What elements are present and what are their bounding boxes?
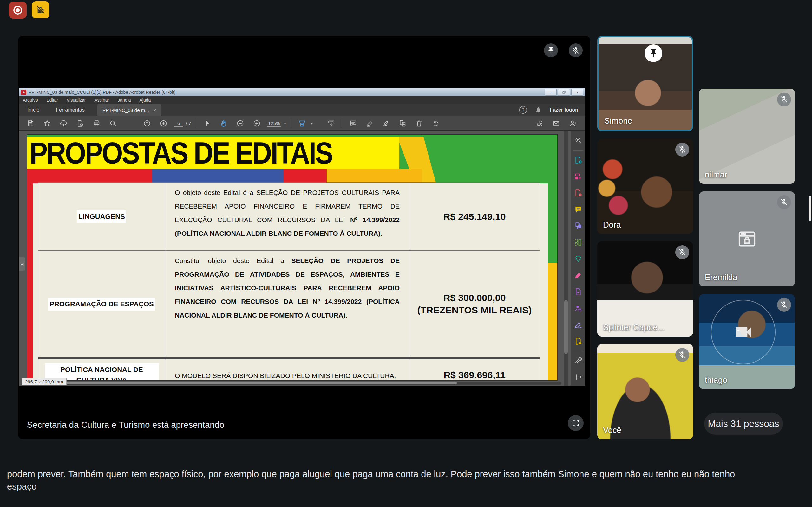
add-person-icon[interactable] xyxy=(564,116,581,130)
menu-visualizar[interactable]: Visualizar xyxy=(67,98,86,103)
participant-name: Dora xyxy=(603,220,621,230)
mic-off-badge xyxy=(675,143,689,157)
more-people-pill[interactable]: Mais 31 pessoas xyxy=(704,412,783,435)
yellow-right-stripe xyxy=(548,263,557,380)
previous-page-icon[interactable] xyxy=(139,116,155,130)
compress-pdf-tool-icon[interactable] xyxy=(571,250,585,267)
menu-ajuda[interactable]: Ajuda xyxy=(139,98,151,103)
building-slash-icon xyxy=(36,5,46,15)
combine-files-tool-icon[interactable] xyxy=(571,218,585,234)
minimize-button[interactable]: — xyxy=(545,89,557,96)
request-signatures-tool-icon[interactable] xyxy=(571,333,585,349)
participant-name: thiago xyxy=(705,375,727,385)
zoom-level-input[interactable]: 125% xyxy=(267,120,281,127)
participant-tile-dora[interactable]: Dora xyxy=(597,139,693,234)
participant-tile-thiago[interactable]: thiago xyxy=(699,294,795,389)
horizontal-scrollbar-thumb[interactable] xyxy=(67,382,457,384)
pinned-badge[interactable] xyxy=(645,44,662,62)
close-button[interactable]: × xyxy=(571,89,583,96)
delete-trash-icon[interactable] xyxy=(411,116,427,130)
acrobat-titlebar[interactable]: A PPT-MINC_03 de maio_CCULT(1)[1].PDF - … xyxy=(19,88,585,96)
slide-title: PROPOSTAS DE EDITAIS xyxy=(30,136,332,169)
screen-banner-icon[interactable] xyxy=(323,116,339,130)
horizontal-scrollbar[interactable] xyxy=(63,382,561,385)
live-caption: podem prever. Também quem tem espaço fís… xyxy=(7,468,806,493)
export-page-icon[interactable] xyxy=(72,116,88,130)
highlighter-icon[interactable] xyxy=(361,116,378,130)
print-icon[interactable] xyxy=(88,116,105,130)
table-category-cell: PROGRAMAÇÃO DE ESPAÇOS xyxy=(38,250,165,357)
video-effects-overlay xyxy=(711,300,775,364)
sign-in-button[interactable]: Fazer logon xyxy=(550,107,578,113)
participant-tile-eremilda[interactable]: Eremilda xyxy=(699,191,795,286)
select-cursor-icon[interactable] xyxy=(199,116,215,130)
menu-janela[interactable]: Janela xyxy=(118,98,131,103)
document-search-tool-icon[interactable] xyxy=(571,132,585,149)
fullscreen-button[interactable] xyxy=(568,415,583,431)
nav-pane-toggle[interactable]: ◄ xyxy=(19,257,26,271)
tab-in-cio[interactable]: Início xyxy=(19,104,48,116)
find-more-icon[interactable] xyxy=(105,116,121,130)
participant-tile-nilmar[interactable]: nilmar xyxy=(699,89,795,184)
vertical-scrollbar[interactable] xyxy=(564,130,568,386)
table-value-cell: R$ 245.149,10 xyxy=(409,182,540,250)
export-pdf-tool-icon[interactable] xyxy=(571,152,585,168)
menu-arquivo[interactable]: Arquivo xyxy=(23,98,38,103)
participant-tile-simone[interactable]: Simone xyxy=(597,36,693,131)
star-favorites-icon[interactable] xyxy=(39,116,55,130)
page-number-input[interactable]: 6 xyxy=(174,120,183,127)
zoom-caret-icon[interactable]: ▼ xyxy=(283,122,287,125)
table-value-cell: R$ 369.696,11 xyxy=(409,357,540,380)
undo-icon[interactable] xyxy=(427,116,444,130)
collapse-panel-icon[interactable] xyxy=(571,369,585,385)
cloud-upload-icon[interactable] xyxy=(55,116,72,130)
tab-close-icon[interactable]: × xyxy=(154,107,156,113)
help-button[interactable]: ? xyxy=(519,106,527,114)
fit-width-icon[interactable] xyxy=(294,116,310,130)
green-right-stripe xyxy=(548,183,557,263)
participants-column-2: nilmarEremildathiago xyxy=(699,89,795,389)
protect-tool-icon[interactable] xyxy=(571,300,585,317)
vertical-scrollbar-thumb[interactable] xyxy=(564,300,568,354)
sign-pen-icon[interactable] xyxy=(378,116,394,130)
presentation-video-off-icon[interactable] xyxy=(32,1,49,18)
menu-editar[interactable]: Editar xyxy=(46,98,58,103)
record-icon xyxy=(12,5,23,15)
fit-caret-icon[interactable]: ▼ xyxy=(310,122,313,125)
edit-pdf-tool-icon[interactable] xyxy=(571,168,585,185)
recording-indicator-icon[interactable] xyxy=(9,2,27,19)
participant-tile-voc[interactable]: Você xyxy=(597,344,693,439)
link-icon[interactable] xyxy=(531,116,548,130)
table-category-cell: POLÍTICA NACIONAL DE CULTURA VIVA xyxy=(38,357,165,380)
unpin-presentation-button[interactable] xyxy=(544,43,558,57)
participant-tile-splinter-capoe[interactable]: Splinter Capoe... xyxy=(597,241,693,337)
tab-ferramentas[interactable]: Ferramentas xyxy=(48,104,93,116)
next-page-icon[interactable] xyxy=(155,116,171,130)
participant-name: Eremilda xyxy=(705,273,738,282)
participant-name: Splinter Capoe... xyxy=(603,323,664,332)
save-icon[interactable] xyxy=(22,116,39,130)
restore-button[interactable] xyxy=(558,89,570,96)
mic-off-icon xyxy=(678,351,687,359)
zoom-in-icon[interactable] xyxy=(248,116,265,130)
comment-tool-icon[interactable] xyxy=(571,201,585,218)
comment-bubble-icon[interactable] xyxy=(345,116,361,130)
redact-tool-icon[interactable] xyxy=(571,284,585,300)
certificates-tool-icon[interactable] xyxy=(571,317,585,333)
table-value-cell: R$ 300.000,00 (TREZENTOS MIL REAIS) xyxy=(409,250,540,357)
shared-screen-tile[interactable]: A PPT-MINC_03 de maio_CCULT(1)[1].PDF - … xyxy=(18,36,590,439)
create-pdf-tool-icon[interactable] xyxy=(571,185,585,201)
menu-assinar[interactable]: Assinar xyxy=(95,98,109,103)
zoom-out-icon[interactable] xyxy=(232,116,248,130)
more-tools-icon[interactable] xyxy=(571,352,585,369)
mail-icon[interactable] xyxy=(548,116,564,130)
document-tab[interactable]: PPT-MINC_03 de m... × xyxy=(97,104,161,116)
fill-sign-tool-icon[interactable] xyxy=(571,267,585,284)
mic-off-badge xyxy=(675,245,689,259)
notifications-bell-icon[interactable] xyxy=(535,107,542,113)
send-pages-icon[interactable] xyxy=(394,116,411,130)
organize-pages-tool-icon[interactable] xyxy=(571,234,585,250)
hand-tool-icon[interactable] xyxy=(215,116,232,130)
pdf-slide: PROPOSTAS DE EDITAIS LINGUAGENSO objeto … xyxy=(27,135,557,380)
page-scrollbar-thumb[interactable] xyxy=(809,196,811,221)
